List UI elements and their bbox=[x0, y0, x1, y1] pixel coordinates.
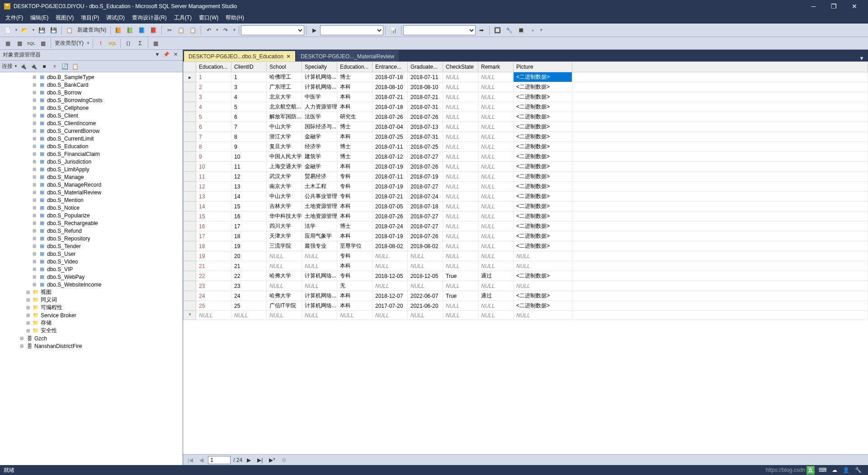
cell[interactable]: 通过 bbox=[478, 291, 514, 301]
cell[interactable]: 2017-07-20 bbox=[373, 301, 408, 311]
cell[interactable]: 6 bbox=[231, 112, 267, 122]
row-header[interactable] bbox=[184, 182, 196, 192]
dropdown-icon[interactable]: ▼ bbox=[14, 28, 19, 32]
page-input[interactable] bbox=[208, 456, 231, 464]
cell[interactable]: 专科 bbox=[337, 192, 373, 202]
cell[interactable]: 本科 bbox=[337, 132, 373, 142]
cell[interactable]: 13 bbox=[196, 192, 231, 202]
row-header[interactable] bbox=[184, 132, 196, 142]
next-icon[interactable]: ▶ bbox=[245, 457, 253, 463]
cell[interactable]: 专科 bbox=[337, 172, 373, 182]
cell[interactable]: 吉林大学 bbox=[267, 202, 302, 212]
expand-icon[interactable]: ⊞ bbox=[25, 305, 31, 310]
row-header[interactable] bbox=[184, 142, 196, 152]
connect-label[interactable]: 连接 bbox=[2, 62, 13, 70]
cell[interactable]: 最强专业 bbox=[302, 241, 337, 251]
cell[interactable]: NULL bbox=[302, 261, 337, 271]
cell[interactable]: NULL bbox=[443, 311, 478, 320]
expand-icon[interactable]: ⊞ bbox=[32, 244, 37, 249]
cell[interactable]: 无 bbox=[337, 281, 373, 291]
cell[interactable]: <二进制数据> bbox=[514, 271, 572, 281]
row-header[interactable] bbox=[184, 231, 196, 241]
tree-item[interactable]: ⊞dbo.S_Rechargeable bbox=[0, 219, 183, 227]
row-header[interactable] bbox=[184, 72, 196, 82]
cell[interactable]: <二进制数据> bbox=[514, 142, 572, 152]
cell[interactable]: NULL bbox=[478, 82, 514, 92]
cell[interactable]: NULL bbox=[443, 281, 478, 291]
cell[interactable]: 2018-08-02 bbox=[373, 241, 408, 251]
row-header[interactable] bbox=[184, 162, 196, 172]
cell[interactable]: <二进制数据> bbox=[514, 202, 572, 212]
cell[interactable]: NULL bbox=[478, 162, 514, 172]
cell[interactable]: 哈弗大学 bbox=[267, 271, 302, 281]
row-header[interactable] bbox=[184, 301, 196, 311]
tree-item[interactable]: ⊞dbo.S_Borrow bbox=[0, 89, 183, 96]
cell[interactable]: <二进制数据> bbox=[514, 182, 572, 192]
cell[interactable]: 25 bbox=[231, 301, 267, 311]
cell[interactable]: <二进制数据> bbox=[514, 221, 572, 231]
cell[interactable]: 通过 bbox=[478, 271, 514, 281]
cell[interactable]: 本科 bbox=[337, 202, 373, 212]
cell[interactable]: 本科 bbox=[337, 231, 373, 241]
tb-icon[interactable]: ⟨⟩ bbox=[123, 38, 134, 49]
row-header[interactable] bbox=[184, 212, 196, 221]
expand-icon[interactable]: ⊞ bbox=[32, 228, 37, 233]
cell[interactable]: 本科 bbox=[337, 102, 373, 112]
cell[interactable]: NULL bbox=[478, 261, 514, 271]
first-icon[interactable]: |◀ bbox=[186, 457, 195, 463]
cell[interactable]: 中山大学 bbox=[267, 122, 302, 132]
column-header[interactable]: Picture bbox=[514, 62, 572, 72]
cell[interactable]: NULL bbox=[514, 311, 572, 320]
cell[interactable]: 5 bbox=[196, 112, 231, 122]
execute-icon[interactable]: ▶ bbox=[309, 25, 320, 36]
cell[interactable]: 国际经济与... bbox=[302, 122, 337, 132]
cell[interactable]: <二进制数据> bbox=[514, 192, 572, 202]
cell[interactable]: 25 bbox=[196, 301, 231, 311]
cell[interactable]: NULL bbox=[478, 212, 514, 221]
cell[interactable]: NULL bbox=[478, 152, 514, 162]
connect-icon[interactable]: 🔌 bbox=[19, 62, 28, 71]
cell[interactable]: 2021-06-20 bbox=[408, 301, 443, 311]
cell[interactable]: NULL bbox=[443, 192, 478, 202]
cell[interactable]: 2018-12-07 bbox=[373, 291, 408, 301]
cell[interactable]: 2018-07-21 bbox=[373, 92, 408, 102]
tree-item[interactable]: ⊞安全性 bbox=[0, 327, 183, 334]
cell[interactable]: 2018-07-11 bbox=[373, 172, 408, 182]
close-icon[interactable]: ✕ bbox=[286, 53, 291, 60]
cell[interactable]: 中山大学 bbox=[267, 192, 302, 202]
cell[interactable]: 2018-07-05 bbox=[373, 202, 408, 212]
cell[interactable]: 公共事业管理 bbox=[302, 192, 337, 202]
cell[interactable]: NULL bbox=[478, 112, 514, 122]
cell[interactable]: 本科 bbox=[337, 261, 373, 271]
tb-icon[interactable]: ➡ bbox=[476, 25, 487, 36]
cell[interactable]: NULL bbox=[196, 311, 231, 320]
tree-item[interactable]: ⊞dbo.S_ManageRecord bbox=[0, 181, 183, 188]
column-header[interactable]: Specialty bbox=[302, 62, 337, 72]
cell[interactable]: 2018-07-04 bbox=[373, 122, 408, 132]
cell[interactable]: 博士 bbox=[337, 122, 373, 132]
row-header[interactable] bbox=[184, 192, 196, 202]
row-header[interactable] bbox=[184, 251, 196, 261]
expand-icon[interactable]: ⊞ bbox=[32, 75, 37, 80]
cell[interactable]: 2018-07-24 bbox=[373, 221, 408, 231]
cell[interactable]: 本科 bbox=[337, 92, 373, 102]
cell[interactable]: 2018-07-19 bbox=[408, 172, 443, 182]
row-header[interactable] bbox=[184, 172, 196, 182]
expand-icon[interactable]: ⊞ bbox=[25, 297, 31, 302]
menu-item[interactable]: 文件(F) bbox=[2, 13, 27, 23]
menu-item[interactable]: 帮助(H) bbox=[222, 13, 248, 23]
cell[interactable]: NULL bbox=[478, 281, 514, 291]
cell[interactable]: NULL bbox=[443, 172, 478, 182]
last-icon[interactable]: ▶| bbox=[255, 457, 264, 463]
expand-icon[interactable]: ⊞ bbox=[32, 190, 37, 195]
cell[interactable]: NULL bbox=[478, 301, 514, 311]
undo-icon[interactable]: ↶ bbox=[203, 25, 214, 36]
tree-item[interactable]: ⊞NanshanDistrictFire bbox=[0, 342, 183, 350]
expand-icon[interactable]: ⊞ bbox=[32, 221, 37, 226]
cell[interactable]: NULL bbox=[267, 281, 302, 291]
tb-icon[interactable]: 📙 bbox=[113, 25, 124, 36]
cell[interactable]: NULL bbox=[267, 251, 302, 261]
cell[interactable]: 3 bbox=[196, 92, 231, 102]
tree-item[interactable]: ⊞同义词 bbox=[0, 296, 183, 304]
execute-icon[interactable]: ! bbox=[95, 38, 106, 49]
